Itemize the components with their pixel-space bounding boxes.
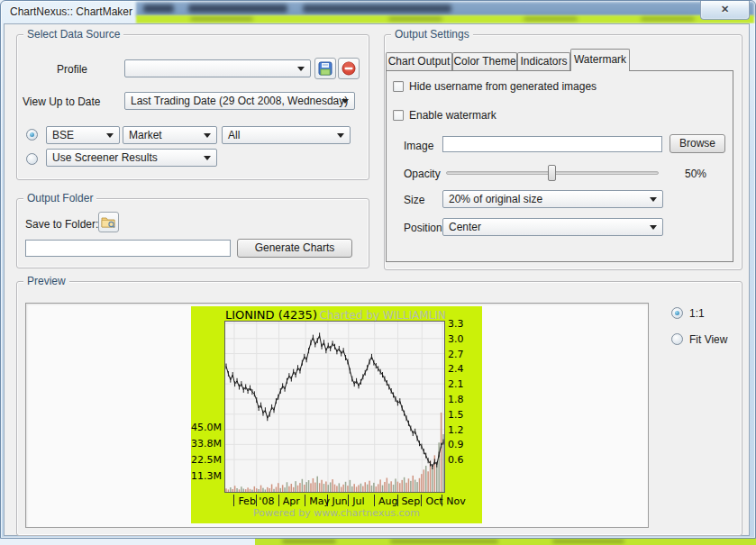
- window-title: ChartNexus:: ChartMaker: [10, 5, 132, 18]
- category-dropdown[interactable]: Market: [123, 126, 217, 144]
- axis-tick-label: 0.6: [448, 454, 464, 466]
- background-smudge: [143, 5, 174, 13]
- zoom-fit-view-radio[interactable]: [671, 333, 683, 345]
- tab-color-theme[interactable]: Color Theme: [452, 52, 517, 71]
- preview-group: Preview LIONIND (4235) Charted by WILLIA…: [16, 281, 742, 536]
- axis-tick-label: 1.5: [448, 409, 464, 421]
- output-settings-group: Output Settings Chart Output Color Theme…: [384, 34, 742, 270]
- x-axis-tick: [305, 495, 305, 506]
- market-source-radio[interactable]: [26, 129, 38, 141]
- background-smudge: [552, 540, 624, 543]
- screener-results-dropdown[interactable]: Use Screener Results: [46, 149, 217, 167]
- tab-watermark[interactable]: Watermark: [570, 49, 630, 71]
- axis-tick-label: May: [309, 495, 330, 507]
- axis-tick-label: Aug: [378, 495, 397, 507]
- chartmaker-dialog: ChartNexus:: ChartMaker ✕ Select Data So…: [0, 0, 756, 539]
- image-label: Image: [404, 140, 433, 152]
- x-axis-tick: [421, 495, 422, 506]
- zoom-one-to-one-label: 1:1: [689, 307, 705, 320]
- exchange-dropdown-value: BSE: [52, 129, 74, 141]
- exchange-dropdown[interactable]: BSE: [46, 126, 120, 144]
- background-window-bottom-strip: [0, 538, 756, 545]
- background-window-toolbar-blur: [136, 15, 754, 23]
- screener-source-radio[interactable]: [26, 153, 38, 165]
- close-button[interactable]: ✕: [700, 1, 750, 20]
- category-dropdown-value: Market: [129, 129, 162, 141]
- hide-username-label: Hide username from generated images: [409, 80, 597, 93]
- scope-dropdown[interactable]: All: [222, 126, 351, 144]
- background-smudge: [641, 17, 695, 21]
- tab-indicators[interactable]: Indicators: [517, 52, 570, 71]
- axis-tick-label: 33.8M: [191, 438, 222, 450]
- watermark-image-input[interactable]: [442, 136, 662, 152]
- axis-tick-label: 3.3: [448, 318, 464, 330]
- axis-tick-label: Oct: [426, 495, 443, 507]
- profile-label: Profile: [57, 63, 87, 76]
- background-smudge: [282, 540, 336, 543]
- delete-profile-button[interactable]: [338, 58, 360, 79]
- chart-plot-area: [224, 321, 445, 493]
- opacity-slider-thumb[interactable]: [548, 165, 556, 181]
- background-smudge: [390, 540, 498, 543]
- position-label: Position: [404, 222, 442, 234]
- folder-path-input[interactable]: [25, 240, 231, 257]
- axis-tick-label: 0.9: [448, 439, 464, 450]
- position-dropdown-value: Center: [449, 221, 481, 233]
- enable-watermark-checkbox[interactable]: [393, 110, 404, 121]
- enable-watermark-label: Enable watermark: [409, 109, 496, 122]
- size-dropdown[interactable]: 20% of original size: [442, 190, 663, 208]
- group-label: Preview: [23, 275, 69, 287]
- view-up-to-date-value: Last Trading Date (29 Oct 2008, Wednesda…: [131, 95, 348, 107]
- position-dropdown[interactable]: Center: [442, 218, 663, 236]
- group-label: Output Folder: [23, 192, 96, 204]
- hide-username-checkbox[interactable]: [393, 81, 404, 92]
- view-up-to-date-dropdown[interactable]: Last Trading Date (29 Oct 2008, Wednesda…: [124, 92, 355, 110]
- background-smudge: [388, 17, 442, 21]
- chart-footer-credit: Powered by www.chartnexus.com: [191, 507, 482, 519]
- axis-tick-label: Feb '08: [238, 495, 274, 507]
- screen: ChartNexus:: ChartMaker ✕ Select Data So…: [0, 0, 756, 545]
- axis-tick-label: 22.5M: [191, 454, 222, 466]
- background-smudge: [303, 5, 451, 13]
- browse-folder-button[interactable]: [98, 212, 119, 232]
- opacity-label: Opacity: [404, 168, 441, 180]
- price-volume-chart-svg: [225, 322, 444, 492]
- background-window-green-strip: [255, 538, 756, 545]
- folder-browse-icon: [101, 215, 116, 229]
- axis-tick-label: 2.7: [448, 349, 464, 360]
- axis-tick-label: Jul: [352, 495, 364, 507]
- floppy-disk-icon: [318, 61, 332, 76]
- axis-tick-label: Jun: [332, 495, 347, 507]
- select-data-source-group: Select Data Source Profile: [16, 34, 369, 180]
- save-profile-button[interactable]: [314, 58, 336, 79]
- chart-preview-image: LIONIND (4235) Charted by WILLIAMLIN 3.3…: [191, 306, 482, 523]
- zoom-one-to-one-radio[interactable]: [671, 307, 683, 319]
- x-axis-tick: [374, 495, 375, 506]
- generate-charts-button[interactable]: Generate Charts: [237, 239, 352, 258]
- opacity-value: 50%: [685, 168, 706, 180]
- group-label: Select Data Source: [23, 28, 123, 41]
- view-up-to-date-label: View Up to Date: [23, 95, 101, 108]
- axis-tick-label: 2.1: [448, 378, 464, 390]
- chart-title: LIONIND (4235): [225, 308, 317, 322]
- axis-tick-label: 2.4: [448, 363, 464, 375]
- tab-chart-output[interactable]: Chart Output: [386, 52, 452, 71]
- axis-tick-label: 45.0M: [191, 422, 222, 433]
- title-bar[interactable]: ChartNexus:: ChartMaker ✕: [1, 1, 755, 23]
- screener-results-value: Use Screener Results: [52, 151, 158, 164]
- output-folder-group: Output Folder Save to Folder: Generate C…: [16, 198, 369, 268]
- background-smudge: [524, 17, 578, 21]
- profile-dropdown[interactable]: [124, 59, 311, 77]
- axis-tick-label: Sep: [401, 495, 420, 507]
- axis-tick-label: 11.3M: [191, 470, 222, 482]
- axis-tick-label: 3.0: [448, 333, 464, 345]
- background-smudge: [190, 17, 253, 21]
- browse-image-button[interactable]: Browse: [669, 134, 725, 153]
- axis-tick-label: Apr: [283, 495, 300, 507]
- preview-panel: LIONIND (4235) Charted by WILLIAMLIN 3.3…: [25, 303, 649, 528]
- background-window-titlebar-blur: [136, 2, 754, 16]
- chart-credit-watermark: Charted by WILLIAMLIN: [320, 309, 446, 322]
- background-smudge: [188, 5, 287, 13]
- chart-x-axis: Feb '08AprMayJunJulAugSepOctNov: [224, 494, 486, 508]
- axis-tick-label: 1.8: [448, 394, 464, 405]
